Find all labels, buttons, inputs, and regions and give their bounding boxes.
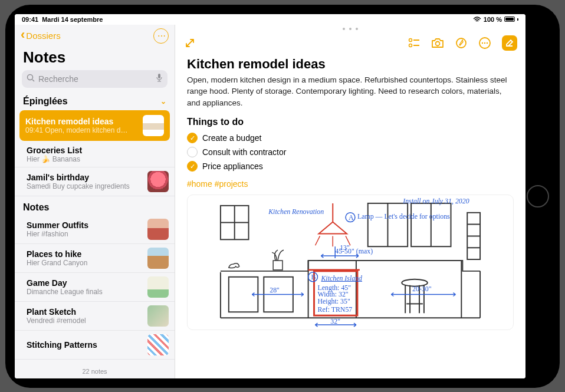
svg-point-5 [409, 44, 412, 47]
markup-icon[interactable] [455, 37, 468, 50]
back-label: Dossiers [26, 31, 60, 41]
battery-label: 100 % [484, 16, 502, 23]
svg-text:28": 28" [270, 286, 280, 294]
svg-text:A: A [349, 213, 354, 222]
mic-icon[interactable] [156, 73, 163, 84]
notes-app: Dossiers ⋯ Notes Recherche Épinglées [15, 25, 525, 378]
status-date: Mardi 14 septembre [42, 16, 103, 23]
editor-toolbar [175, 33, 525, 53]
svg-point-11 [484, 42, 485, 43]
svg-text:Height: 35": Height: 35" [317, 298, 350, 306]
note-tags[interactable]: #home #projects [187, 179, 514, 189]
note-thumbnail [147, 171, 169, 192]
status-bar: 09:41 Mardi 14 septembre 100 % [15, 14, 525, 25]
note-item[interactable]: Places to hike Hier Grand Canyon [15, 244, 175, 273]
svg-point-0 [28, 75, 33, 80]
wifi-icon [473, 17, 481, 22]
svg-point-7 [436, 41, 440, 45]
notes-sidebar: Dossiers ⋯ Notes Recherche Épinglées [15, 25, 175, 378]
multitask-handle[interactable] [175, 25, 525, 33]
sidebar-toolbar: Dossiers ⋯ [15, 25, 175, 47]
svg-text:20-30": 20-30" [412, 285, 432, 293]
checklist: ✓ Create a budget Consult with contracto… [187, 131, 514, 173]
expand-icon[interactable] [183, 37, 196, 50]
note-item[interactable]: Plant Sketch Vendredi #remodel [15, 302, 175, 331]
home-button[interactable] [527, 185, 549, 207]
checklist-item[interactable]: ✓ Create a budget [187, 131, 514, 145]
checklist-item[interactable]: Consult with contractor [187, 145, 514, 159]
svg-text:Kitchen Island: Kitchen Island [320, 274, 362, 282]
pinned-header[interactable]: Épinglées ⌄ [15, 93, 175, 109]
search-placeholder: Recherche [38, 74, 78, 84]
svg-text:Install on July 31, 2020: Install on July 31, 2020 [402, 197, 469, 205]
sidebar-title: Notes [15, 47, 175, 70]
note-item-jamil[interactable]: Jamil's birthday Samedi Buy cupcake ingr… [15, 167, 175, 196]
note-item[interactable]: Summer Outfits Hier #fashion [15, 215, 175, 244]
svg-point-3 [409, 38, 412, 41]
camera-icon[interactable] [431, 37, 444, 50]
checkbox-checked-icon[interactable]: ✓ [187, 161, 198, 172]
svg-text:Lamp — Let's decide for option: Lamp — Let's decide for options [357, 212, 450, 220]
chevron-left-icon [21, 31, 25, 41]
svg-text:13": 13" [340, 243, 350, 252]
sketch-attachment[interactable]: Kitchen Renovation Install on July 31, 2… [187, 195, 514, 330]
pinned-list: Kitchen remodel ideas 09:41 Open, modern… [15, 109, 175, 196]
svg-point-12 [487, 42, 488, 43]
note-title: Kitchen remodel ideas [187, 57, 514, 72]
svg-rect-2 [158, 74, 160, 78]
svg-point-8 [456, 38, 466, 48]
svg-rect-19 [273, 261, 282, 270]
battery-icon [504, 17, 515, 22]
search-icon [27, 74, 35, 84]
checkbox-unchecked-icon[interactable] [187, 147, 198, 157]
status-time: 09:41 [22, 16, 38, 23]
note-thumbnail [147, 334, 169, 355]
note-editor: Kitchen remodel ideas Open, modern kitch… [175, 25, 525, 378]
things-heading: Things to do [187, 117, 514, 127]
search-input[interactable]: Recherche [22, 70, 167, 88]
svg-text:B: B [311, 273, 316, 281]
notes-header[interactable]: Notes [15, 196, 175, 215]
note-content[interactable]: Kitchen remodel ideas Open, modern kitch… [175, 53, 525, 378]
note-thumbnail [147, 305, 169, 327]
sidebar-footer: 22 notes [15, 364, 175, 378]
svg-text:Kitchen Renovation: Kitchen Renovation [268, 207, 324, 216]
note-item-groceries[interactable]: Groceries List Hier 🍌 Bananas [15, 142, 175, 167]
checklist-icon[interactable] [408, 37, 421, 50]
more-button[interactable]: ⋯ [153, 28, 169, 44]
note-item[interactable]: Stitching Patterns [15, 331, 175, 360]
note-thumbnail [147, 248, 169, 269]
more-icon[interactable] [478, 37, 491, 50]
svg-line-1 [32, 80, 34, 81]
svg-text:Ref: TRN57: Ref: TRN57 [317, 305, 352, 314]
note-thumbnail [143, 115, 164, 136]
checkbox-checked-icon[interactable]: ✓ [187, 133, 198, 143]
notes-list: Summer Outfits Hier #fashion Places to h… [15, 215, 175, 360]
back-button[interactable]: Dossiers [21, 31, 61, 41]
note-thumbnail [147, 219, 169, 240]
svg-text:32": 32" [330, 317, 340, 325]
note-thumbnail [147, 276, 169, 298]
note-item[interactable]: Game Day Dimanche League finals [15, 273, 175, 302]
chevron-down-icon: ⌄ [160, 97, 166, 106]
ipad-frame: 09:41 Mardi 14 septembre 100 % Dossiers … [5, 5, 560, 388]
checklist-item[interactable]: ✓ Price appliances [187, 159, 514, 173]
compose-button[interactable] [502, 35, 517, 51]
note-body: Open, modern kitchen design in a medium … [187, 74, 514, 109]
svg-point-10 [482, 42, 483, 43]
screen: 09:41 Mardi 14 septembre 100 % Dossiers … [15, 14, 525, 378]
note-item-kitchen[interactable]: Kitchen remodel ideas 09:41 Open, modern… [19, 110, 170, 141]
